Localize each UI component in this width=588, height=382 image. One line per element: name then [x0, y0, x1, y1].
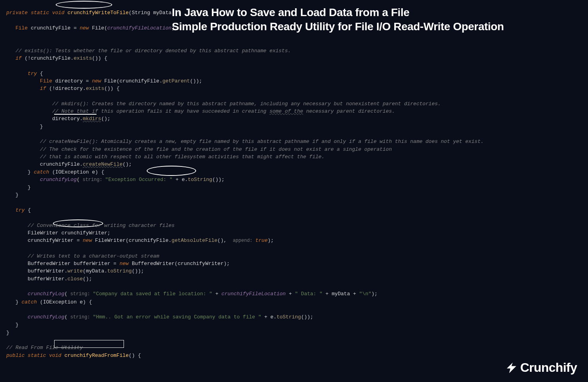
code-line: File crunchifyFile = new File(crunchifyF…: [15, 25, 178, 31]
code-line: File directory = new File(crunchifyFile.…: [40, 78, 202, 84]
code-line: crunchifyWriter = new FileWriter(crunchi…: [28, 238, 274, 243]
code-line: bufferWriter.write(myData.toString());: [28, 268, 144, 274]
code-line: crunchifyLog( string: "Exception Occurre…: [40, 177, 225, 183]
code-editor: private static void crunchifyWriteToFile…: [0, 0, 588, 359]
code-line: crunchifyLog( string: "Company data save…: [28, 291, 378, 297]
code-comment: // Writes text to a character-output str…: [28, 253, 159, 259]
code-comment: // exists(): Tests whether the file or d…: [15, 48, 291, 54]
code-line: }: [6, 330, 9, 336]
annotation-underline: [54, 114, 96, 115]
code-line: }: [15, 192, 18, 198]
code-comment: // Note that if this operation fails it …: [52, 108, 395, 114]
code-line: directory.mkdirs();: [52, 116, 110, 122]
code-line: bufferWriter.close();: [28, 276, 92, 282]
code-line: }: [40, 124, 43, 130]
title-overlay: In Java How to Save and Load Data from a…: [172, 5, 504, 34]
code-comment: // The check for the existence of the fi…: [40, 146, 392, 152]
code-line: if (!crunchifyFile.exists()) {: [15, 55, 107, 61]
code-line: FileWriter crunchifyWriter;: [28, 230, 111, 236]
code-line: } catch (IOException e) {: [28, 169, 104, 175]
title-line-1: In Java How to Save and Load Data from a…: [172, 5, 504, 20]
crunchify-logo-icon: [504, 361, 519, 375]
code-line: try {: [28, 71, 43, 77]
code-line: crunchifyLog( string: "Hmm.. Got an erro…: [28, 314, 313, 320]
code-comment: // that is atomic with respect to all ot…: [40, 154, 325, 160]
code-line: crunchifyFile.createNewFile();: [40, 161, 132, 167]
code-line: public static void crunchifyReadFromFile…: [6, 353, 141, 358]
code-line: }: [28, 185, 31, 190]
annotation-rectangle: [54, 340, 124, 348]
code-line: }: [15, 322, 18, 328]
code-line: if (!directory.exists()) {: [40, 86, 120, 91]
code-comment: // Convenience class for writing charact…: [28, 223, 175, 228]
title-line-2: Simple Production Ready Utility for File…: [172, 20, 504, 34]
code-line: private static void crunchifyWriteToFile…: [6, 10, 181, 16]
code-line: BufferedWriter bufferWriter = new Buffer…: [28, 261, 230, 267]
code-comment: // createNewFile(): Atomically creates a…: [40, 139, 484, 144]
crunchify-logo-text: Crunchify: [520, 364, 577, 371]
code-line: try {: [15, 207, 31, 213]
crunchify-logo: Crunchify: [504, 361, 577, 375]
code-line: } catch (IOException e) {: [15, 299, 92, 305]
code-comment: // mkdirs(): Creates the directory named…: [52, 101, 441, 107]
